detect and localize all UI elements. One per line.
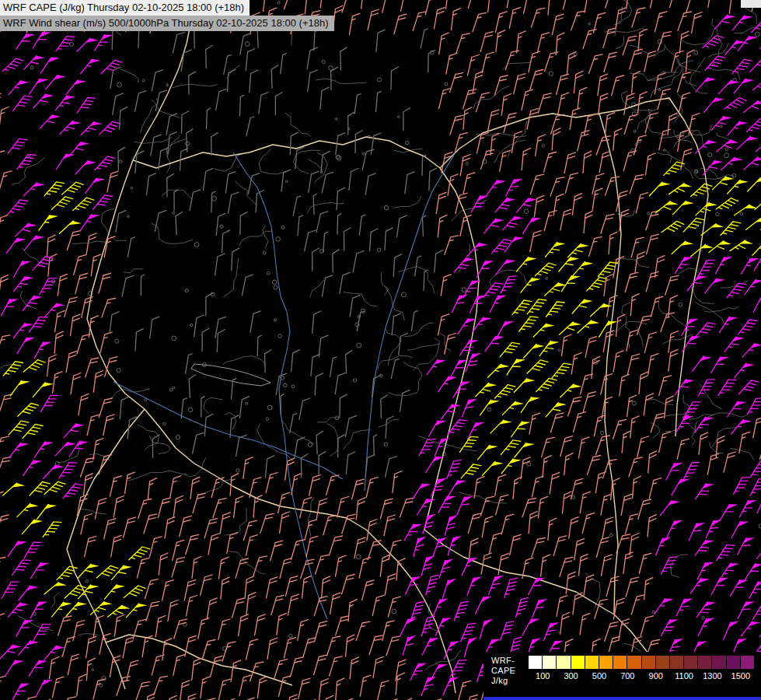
station-circle [285, 180, 288, 183]
station-circle [291, 385, 295, 388]
legend-color-cell [656, 656, 670, 669]
station-circle [30, 66, 33, 69]
station-circle [267, 271, 270, 275]
legend-color-cell [642, 656, 656, 669]
station-circle [131, 187, 133, 189]
station-circle [357, 343, 361, 348]
station-circle [274, 319, 276, 321]
station-circle [172, 336, 176, 341]
legend-tick-label: 1500 [731, 671, 750, 681]
country-border-line [440, 98, 669, 168]
station-circle [322, 61, 325, 64]
station-circle [281, 226, 285, 229]
station-circle [679, 303, 682, 306]
station-circle [377, 248, 381, 252]
station-circle [401, 292, 406, 297]
station-circle [263, 251, 266, 254]
station-circle [542, 145, 544, 147]
station-circle [572, 495, 575, 499]
legend-tick-label: 900 [649, 671, 663, 681]
station-circle [212, 197, 217, 201]
station-circle [724, 153, 729, 158]
station-circle [721, 125, 723, 128]
legend-colorbar [529, 656, 755, 669]
station-circle [524, 209, 529, 214]
legend-tick-label: 100 [536, 671, 550, 681]
station-circle [405, 141, 409, 145]
legend-color-cell [529, 656, 543, 669]
cape-legend: WRF- CAPE J/kg 1003005007009001100130015… [483, 652, 761, 697]
station-circle [92, 669, 94, 671]
station-circle [362, 152, 365, 155]
station-circle [708, 153, 712, 157]
wind-barbs-gray [110, 25, 443, 478]
lake-outline [191, 364, 271, 386]
legend-color-cell [684, 656, 698, 669]
station-circle [335, 118, 337, 121]
legend-color-cell [627, 656, 641, 669]
station-circle [487, 408, 491, 411]
station-circle [190, 324, 193, 326]
legend-color-cell [571, 656, 585, 669]
station-circle [245, 42, 250, 47]
station-circle [163, 422, 166, 425]
title-cape-line: WRF CAPE (J/kg) Thursday 02-10-2025 18:0… [0, 0, 250, 16]
station-circle [466, 163, 469, 166]
station-circle [188, 408, 192, 411]
station-circle [194, 243, 199, 247]
legend-color-cell [741, 656, 755, 669]
titlebar: WRF CAPE (J/kg) Thursday 02-10-2025 18:0… [0, 0, 334, 31]
station-circle [117, 369, 120, 373]
weather-map-page: { "titles": { "line1": "WRF CAPE (J/kg) … [0, 0, 761, 700]
weather-map-canvas [0, 0, 761, 700]
station-circle [142, 79, 145, 82]
station-circle [267, 405, 272, 410]
station-circle [392, 609, 396, 614]
station-circle [266, 418, 269, 421]
legend-tick-label: 500 [592, 671, 606, 681]
legend-color-cell [599, 656, 613, 669]
station-circle [588, 23, 591, 25]
station-circle [445, 82, 448, 86]
legend-title: WRF- CAPE J/kg [491, 656, 529, 697]
legend-tick-label: 1300 [703, 671, 721, 681]
legend-color-cell [585, 656, 599, 669]
station-circle [272, 280, 277, 285]
legend-tick-label: 700 [620, 671, 634, 681]
station-circle [119, 160, 122, 163]
station-circle [658, 89, 661, 91]
country-borders [67, 0, 708, 693]
wind-barbs-yellow [3, 162, 761, 618]
station-circle [725, 148, 728, 151]
legend-color-cell [613, 656, 627, 669]
station-circle [117, 82, 122, 87]
title-windshear-line: WRF Wind shear (m/s) 500/1000hPa Thursda… [0, 16, 334, 31]
station-circle [558, 349, 560, 352]
station-circle [740, 212, 743, 215]
station-circle [663, 149, 665, 152]
station-circle [601, 431, 604, 434]
station-circle [173, 212, 175, 215]
station-circle [732, 173, 736, 177]
station-circle [354, 379, 357, 382]
station-circle [702, 617, 705, 620]
station-circle [546, 278, 548, 280]
station-circle [610, 534, 613, 537]
rivers [113, 152, 456, 619]
station-circle [397, 116, 400, 118]
station-circle [462, 288, 466, 292]
legend-color-cell [698, 656, 712, 669]
station-circle [236, 469, 239, 472]
station-circle [276, 237, 281, 242]
legend-color-cell [727, 656, 741, 669]
station-circle [634, 130, 636, 132]
legend-color-cell [543, 656, 557, 669]
station-circle [173, 387, 175, 389]
station-circle [169, 388, 173, 391]
station-circle [652, 611, 655, 613]
top-right-white-patch [741, 0, 761, 8]
legend-color-cell [712, 656, 726, 669]
legend-tick-labels: 100300500700900110013001500 [529, 669, 755, 683]
station-circle [176, 436, 180, 439]
legend-tick-label: 300 [564, 671, 578, 681]
